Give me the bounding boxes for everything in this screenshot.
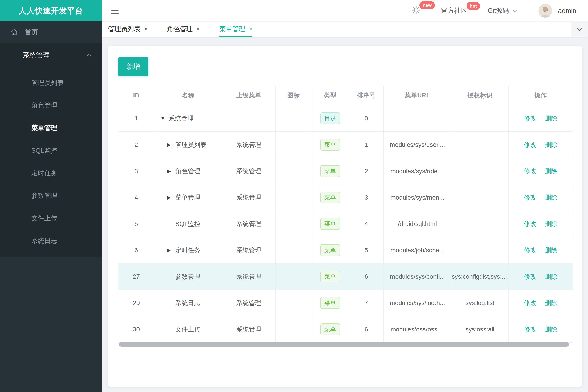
edit-link[interactable]: 修改 <box>524 194 536 201</box>
sidebar-item-文件上传[interactable]: 文件上传 <box>0 207 102 230</box>
cell-menu-url: modules/sys/role.... <box>384 158 451 184</box>
delete-link[interactable]: 删除 <box>545 194 557 201</box>
tree-expand-icon[interactable]: ▶ <box>167 248 173 253</box>
cell-name: ▶文件上传 <box>155 316 222 342</box>
table-row: 27▶参数管理系统管理菜单6modules/sys/confi...sys:co… <box>118 264 573 290</box>
sidebar-item-管理员列表[interactable]: 管理员列表 <box>0 72 102 94</box>
add-button[interactable]: 新增 <box>118 57 149 76</box>
tab-close-icon[interactable]: × <box>196 26 200 32</box>
tree-expand-icon[interactable]: ▶ <box>167 195 173 200</box>
gear-icon <box>412 6 420 16</box>
tree-collapse-icon[interactable]: ▼ <box>161 116 166 121</box>
delete-link[interactable]: 删除 <box>545 273 557 280</box>
table-row: 3▶角色管理系统管理菜单2modules/sys/role....修改删除 <box>118 158 573 184</box>
menu-name-text: 管理员列表 <box>175 140 207 149</box>
sidebar-item-角色管理[interactable]: 角色管理 <box>0 94 102 117</box>
cell-permission: sys:config:list,sys:... <box>451 264 509 290</box>
delete-link[interactable]: 删除 <box>545 168 557 174</box>
delete-link[interactable]: 删除 <box>545 326 557 333</box>
edit-link[interactable]: 修改 <box>524 273 536 280</box>
user-menu[interactable]: admin <box>538 4 576 18</box>
type-tag: 菜单 <box>320 244 340 256</box>
sidebar-item-SQL监控[interactable]: SQL监控 <box>0 139 102 162</box>
cell-actions: 修改删除 <box>509 211 573 237</box>
edit-link[interactable]: 修改 <box>524 141 536 148</box>
edit-link[interactable]: 修改 <box>524 326 536 333</box>
cell-actions: 修改删除 <box>509 316 573 342</box>
tab-管理员列表[interactable]: 管理员列表× <box>108 22 148 37</box>
cell-actions: 修改删除 <box>509 264 573 290</box>
chevron-down-icon <box>576 26 583 33</box>
name-wrap: ▶文件上传 <box>155 325 222 334</box>
name-wrap: ▶参数管理 <box>155 272 222 281</box>
cell-permission <box>451 184 509 211</box>
table-row: 5▶SQL监控系统管理菜单4/druid/sql.html修改删除 <box>118 211 573 237</box>
cell-id: 2 <box>118 132 155 158</box>
sidebar-item-菜单管理[interactable]: 菜单管理 <box>0 117 102 139</box>
cell-id: 30 <box>118 316 155 342</box>
sidebar-item-参数管理[interactable]: 参数管理 <box>0 184 102 207</box>
sidebar-item-系统日志[interactable]: 系统日志 <box>0 230 102 252</box>
cell-menu-url: modules/sys/user.... <box>384 132 451 158</box>
edit-link[interactable]: 修改 <box>524 300 536 306</box>
cell-name: ▶管理员列表 <box>155 132 222 158</box>
sidebar-section-label: 系统管理 <box>23 51 50 60</box>
tree-expand-icon[interactable]: ▶ <box>167 142 173 148</box>
edit-link[interactable]: 修改 <box>524 220 536 227</box>
sidebar-item-定时任务[interactable]: 定时任务 <box>0 162 102 184</box>
cell-permission <box>451 211 509 237</box>
delete-link[interactable]: 删除 <box>545 247 557 254</box>
cell-actions: 修改删除 <box>509 158 573 184</box>
tab-菜单管理[interactable]: 菜单管理× <box>219 22 252 37</box>
sidebar-item-label: 系统日志 <box>31 236 57 246</box>
new-badge: new <box>419 1 435 10</box>
delete-link[interactable]: 删除 <box>545 115 557 122</box>
edit-link[interactable]: 修改 <box>524 247 536 254</box>
tab-bar: 管理员列表×角色管理×菜单管理× <box>102 22 588 37</box>
tree-expand-icon[interactable]: ▶ <box>167 168 173 174</box>
delete-link[interactable]: 删除 <box>545 141 557 148</box>
cell-name: ▶参数管理 <box>155 264 222 290</box>
table-row: 29▶系统日志系统管理菜单7modules/sys/log.h...sys:lo… <box>118 290 573 316</box>
community-link[interactable]: 官方社区 hot <box>441 6 467 15</box>
type-tag: 菜单 <box>320 271 340 282</box>
column-header-排序号: 排序号 <box>349 86 384 105</box>
cell-parent-menu: 系统管理 <box>222 184 276 211</box>
tab-list-dropdown-button[interactable] <box>571 22 588 37</box>
cell-parent-menu: 系统管理 <box>222 158 276 184</box>
cell-menu-url: modules/job/sche... <box>384 237 451 264</box>
cell-order: 2 <box>349 158 384 184</box>
name-wrap: ▶角色管理 <box>155 167 222 176</box>
cell-id: 27 <box>118 264 155 290</box>
edit-link[interactable]: 修改 <box>524 115 536 122</box>
column-header-操作: 操作 <box>509 86 573 105</box>
sidebar-toggle-button[interactable] <box>111 8 119 14</box>
menu-name-text: 系统管理 <box>169 114 194 123</box>
delete-link[interactable]: 删除 <box>545 300 557 306</box>
cell-order: 1 <box>349 132 384 158</box>
delete-link[interactable]: 删除 <box>545 220 557 227</box>
tab-close-icon[interactable]: × <box>144 26 148 32</box>
tab-角色管理[interactable]: 角色管理× <box>167 22 200 37</box>
cell-parent-menu: 系统管理 <box>222 132 276 158</box>
menu-name-text: SQL监控 <box>175 220 200 228</box>
permission-text: sys:config:list,sys:... <box>452 273 508 280</box>
cell-id: 5 <box>118 211 155 237</box>
sidebar-submenu: 管理员列表角色管理菜单管理SQL监控定时任务参数管理文件上传系统日志 <box>0 68 102 252</box>
cell-id: 1 <box>118 105 155 132</box>
settings-menu[interactable]: new <box>412 6 420 16</box>
cell-id: 29 <box>118 290 155 316</box>
cell-actions: 修改删除 <box>509 132 573 158</box>
sidebar-item-home[interactable]: 首页 <box>0 22 102 43</box>
menu-name-text: 角色管理 <box>175 167 200 176</box>
git-source-menu[interactable]: Git源码 <box>488 6 518 15</box>
sidebar-section-system-title[interactable]: 系统管理 <box>0 43 102 68</box>
sidebar-item-home-label: 首页 <box>25 28 38 37</box>
cell-permission: sys:oss:all <box>451 316 509 342</box>
sidebar-item-label: 定时任务 <box>31 169 57 178</box>
edit-link[interactable]: 修改 <box>524 168 536 174</box>
sidebar-item-label: 管理员列表 <box>31 78 64 88</box>
horizontal-scrollbar-thumb[interactable] <box>119 342 569 347</box>
name-wrap: ▶菜单管理 <box>155 193 222 202</box>
tab-close-icon[interactable]: × <box>249 26 252 32</box>
